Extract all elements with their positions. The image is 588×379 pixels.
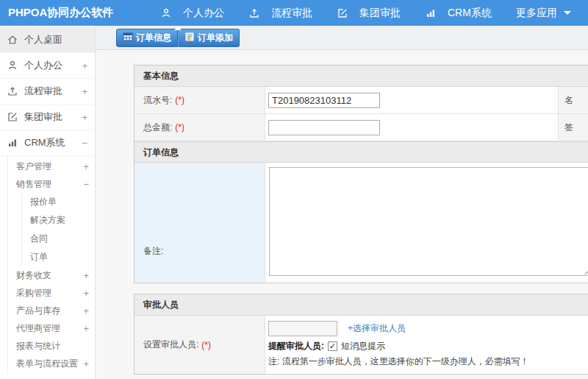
sidebar-item-reports-stats[interactable]: 报表与统计 — [16, 337, 89, 355]
serial-label-cell: 流水号: (*) — [135, 87, 265, 113]
sidebar-item-personal-desktop[interactable]: 个人桌面 — [0, 27, 95, 53]
required-mark: (*) — [175, 122, 184, 132]
clipped-next-column: 签 — [559, 114, 588, 141]
amount-label-cell: 总金额: (*) — [135, 114, 265, 141]
sidebar-item-crm[interactable]: CRM系统 − — [0, 130, 95, 156]
sms-label: 短消息提示 — [341, 340, 385, 353]
serial-input[interactable] — [268, 93, 380, 108]
sidebar-item-quotation[interactable]: 报价单 — [30, 193, 89, 211]
nav-crm[interactable]: CRM系统 — [425, 7, 492, 20]
basic-info-table: 基本信息 流水号: (*) 名 总金额: — [134, 65, 588, 283]
approver-note: 注: 流程第一步审批人员，这里选择你的下一级办理人，必需填写！ — [268, 355, 588, 368]
sidebar-item-finance[interactable]: 财务收支 + — [16, 266, 89, 284]
section-header-order: 订单信息 — [135, 141, 588, 163]
tab-bar: 订单信息 订单添加 — [116, 29, 240, 47]
chart-icon — [7, 137, 19, 149]
required-mark: (*) — [175, 95, 184, 105]
sidebar-item-group-approval[interactable]: 集团审批 + — [0, 105, 95, 130]
crm-submenu: 客户管理 + 销售管理 − 报价单 解决方案 合同 订单 — [7, 156, 95, 374]
sidebar-item-customer-mgmt[interactable]: 客户管理 + — [16, 157, 89, 175]
amount-input[interactable] — [268, 120, 380, 135]
pick-approver-link[interactable]: +选择审批人员 — [348, 322, 406, 335]
edit-icon — [337, 7, 349, 19]
content-area: 基本信息 流水号: (*) 名 总金额: — [96, 50, 588, 379]
sms-checkbox[interactable]: ✓ — [328, 341, 337, 351]
sidebar-item-form-workflow-settings[interactable]: 表单与流程设置 + — [16, 355, 89, 372]
order-form: 基本信息 流水号: (*) 名 总金额: — [134, 65, 588, 375]
sidebar-item-solution[interactable]: 解决方案 — [30, 211, 89, 230]
top-bar: PHPOA协同办公软件 个人办公 流程审批 集团审批 CRM系统 — [0, 0, 588, 26]
upload-icon — [248, 7, 261, 19]
sidebar-item-contract[interactable]: 合同 — [30, 230, 89, 248]
amount-input-cell — [265, 114, 559, 141]
tab-order-info[interactable]: 订单信息 — [116, 29, 178, 47]
table-icon — [123, 32, 133, 43]
chart-icon — [425, 7, 437, 19]
memo-label-cell: 备注: — [135, 163, 265, 283]
edit-icon — [7, 111, 19, 123]
amount-row: 总金额: (*) 签 — [135, 114, 588, 141]
sidebar-item-agent-mgmt[interactable]: 代理商管理 + — [16, 319, 89, 337]
user-icon — [7, 60, 19, 71]
required-mark: (*) — [201, 340, 211, 350]
memo-row: 备注: — [135, 163, 588, 283]
section-header-basic: 基本信息 — [135, 65, 588, 87]
nav-personal-office[interactable]: 个人办公 — [160, 7, 224, 20]
remind-label: 提醒审批人员: — [268, 340, 324, 353]
sales-submenu: 报价单 解决方案 合同 订单 — [21, 193, 89, 266]
upload-icon — [7, 85, 19, 97]
sidebar-item-sales-mgmt[interactable]: 销售管理 − — [16, 175, 89, 193]
sidebar-item-workflow-approval[interactable]: 流程审批 + — [0, 79, 95, 105]
sidebar-item-products-inventory[interactable]: 产品与库存 + — [16, 302, 89, 319]
sidebar-item-admin-office[interactable]: 行政办公 + — [0, 374, 95, 379]
serial-input-cell — [265, 87, 559, 113]
memo-textarea[interactable] — [269, 167, 588, 276]
nav-workflow-approval[interactable]: 流程审批 — [248, 7, 312, 20]
tab-strip: 订单信息 订单添加 — [96, 26, 588, 50]
tab-order-add[interactable]: 订单添加 — [178, 29, 240, 47]
approver-label-cell: 设置审批人员: (*) — [135, 316, 265, 374]
serial-row: 流水号: (*) 名 — [135, 87, 588, 114]
memo-input-cell — [265, 163, 588, 283]
nav-more-apps[interactable]: 更多应用 — [516, 7, 571, 20]
sidebar-item-personal-office[interactable]: 个人办公 + — [0, 53, 95, 79]
approver-input[interactable] — [268, 321, 337, 336]
approver-table: 审批人员 设置审批人员: (*) +选择审批人员 提醒审 — [134, 294, 588, 375]
home-icon — [7, 34, 19, 46]
active-tab-notch — [174, 26, 182, 30]
approver-row: 设置审批人员: (*) +选择审批人员 提醒审批人员: ✓ 短消息提 — [135, 316, 588, 374]
section-header-approver: 审批人员 — [135, 294, 588, 316]
sidebar-item-purchase[interactable]: 采购管理 + — [16, 284, 89, 302]
top-nav: 个人办公 流程审批 集团审批 CRM系统 更多应用 — [160, 7, 588, 20]
nav-group-approval[interactable]: 集团审批 — [337, 7, 401, 20]
sidebar-item-order[interactable]: 订单 — [30, 248, 89, 266]
user-icon — [160, 7, 173, 19]
clipped-next-column: 名 — [559, 87, 588, 113]
caret-down-icon — [564, 11, 571, 15]
sidebar: 个人桌面 个人办公 + 流程审批 + 集团审批 + — [0, 26, 96, 379]
app-brand: PHPOA协同办公软件 — [0, 6, 101, 20]
approver-input-cell: +选择审批人员 提醒审批人员: ✓ 短消息提示 注: 流程第一步审批人员，这里选… — [265, 316, 588, 374]
add-icon — [184, 32, 195, 43]
